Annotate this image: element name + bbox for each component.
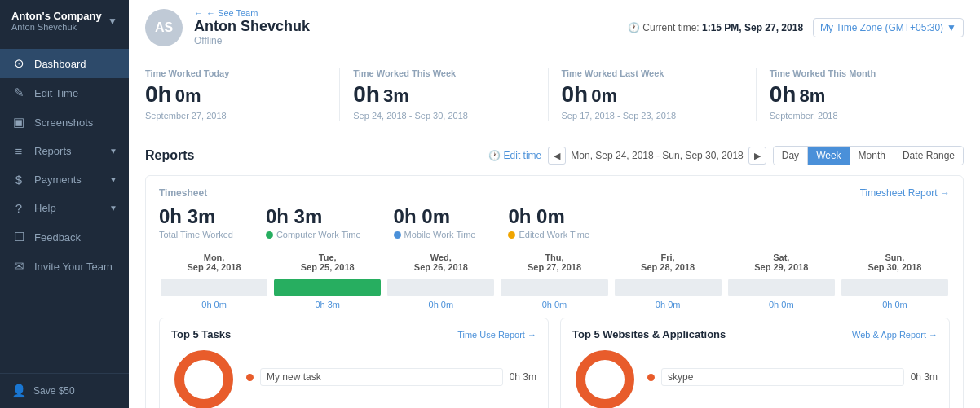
ts-total-label: Total Time Worked — [159, 230, 233, 239]
stat-month-date: September, 2018 — [770, 111, 951, 121]
tab-date-range[interactable]: Date Range — [894, 147, 963, 165]
stat-week: Time Worked This Week 0h 3m Sep 24, 2018… — [340, 68, 548, 121]
stat-today-label: Time Worked Today — [145, 68, 326, 78]
top-websites-body: 0h 3m — [572, 347, 938, 408]
sidebar-item-reports[interactable]: ≡ Reports ▼ — [0, 137, 129, 165]
tab-week[interactable]: Week — [808, 147, 850, 165]
sidebar-item-help[interactable]: ? Help ▼ — [0, 194, 129, 222]
computer-dot — [266, 231, 273, 239]
sidebar-footer[interactable]: 👤 Save $50 — [0, 373, 129, 408]
back-link[interactable]: ← ← See Team — [194, 8, 310, 18]
sidebar-header[interactable]: Anton's Company Anton Shevchuk ▼ — [0, 0, 129, 42]
user-name: Anton Shevchuk — [194, 18, 310, 35]
list-item: 0h 3m — [647, 368, 938, 386]
next-date-button[interactable]: ▶ — [748, 147, 766, 165]
back-arrow-icon: ← — [194, 8, 203, 18]
svg-point-1 — [179, 355, 228, 404]
sidebar-label-payments: Payments — [34, 173, 82, 186]
back-label: ← See Team — [206, 8, 258, 18]
svg-point-3 — [580, 355, 629, 404]
stat-today-minutes: 0m — [175, 86, 201, 107]
sidebar-item-payments[interactable]: $ Payments ▼ — [0, 165, 129, 194]
tab-month[interactable]: Month — [850, 147, 894, 165]
edit-time-label: Edit time — [504, 150, 542, 161]
sidebar-item-dashboard[interactable]: ⊙ Dashboard — [0, 49, 129, 78]
sidebar-item-screenshots[interactable]: ▣ Screenshots — [0, 107, 129, 137]
screenshots-icon: ▣ — [11, 115, 26, 129]
timezone-selector[interactable]: My Time Zone (GMT+05:30) ▼ — [813, 18, 964, 37]
ts-mobile-label: Mobile Work Time — [394, 230, 476, 239]
day-header: Sat,Sep 29, 2018 — [726, 249, 837, 275]
reports-controls: 🕐 Edit time ◀ Mon, Sep 24, 2018 - Sun, S… — [488, 146, 964, 165]
day-header: Mon,Sep 24, 2018 — [159, 249, 269, 275]
day-bar-container — [274, 279, 381, 296]
user-icon: 👤 — [11, 384, 27, 398]
tab-day[interactable]: Day — [774, 147, 808, 165]
stat-today-date: September 27, 2018 — [145, 111, 326, 121]
day-time: 0h 0m — [499, 300, 609, 309]
day-column: Mon,Sep 24, 2018 0h 0m — [159, 249, 269, 309]
list-item: 0h 3m — [246, 368, 536, 386]
task-time-value: 0h 3m — [510, 371, 536, 383]
day-header: Fri,Sep 28, 2018 — [613, 249, 723, 275]
time-use-report-link[interactable]: Time Use Report → — [457, 330, 536, 340]
ts-edited-label: Edited Work Time — [508, 230, 589, 239]
stat-week-minutes: 3m — [383, 86, 409, 107]
sidebar-item-edit-time[interactable]: ✎ Edit Time — [0, 78, 129, 107]
sidebar-item-invite-team[interactable]: ✉ Invite Your Team — [0, 252, 129, 281]
stat-last-week-hours: 0h — [562, 81, 589, 107]
top-tasks-header: Top 5 Tasks Time Use Report → — [171, 328, 536, 340]
edit-time-button[interactable]: 🕐 Edit time — [488, 150, 542, 161]
top-tasks-panel: Top 5 Tasks Time Use Report → — [159, 318, 549, 408]
sidebar-user: Anton Shevchuk — [11, 22, 102, 32]
sidebar-footer-label: Save $50 — [33, 385, 75, 397]
timezone-chevron-icon: ▼ — [947, 22, 956, 33]
task-name-field[interactable] — [260, 368, 503, 386]
stat-week-value: 0h 3m — [353, 81, 534, 107]
current-time-value: 1:15 PM, Sep 27, 2018 — [702, 22, 803, 33]
timezone-label: My Time Zone (GMT+05:30) — [820, 22, 943, 33]
bottom-panels: Top 5 Tasks Time Use Report → — [159, 318, 950, 408]
day-bar-container — [387, 279, 494, 296]
day-column: Fri,Sep 28, 2018 0h 0m — [613, 249, 723, 309]
timesheet-card: Timesheet Timesheet Report → 0h 3m Total… — [145, 175, 964, 408]
date-range-label: Mon, Sep 24, 2018 - Sun, Sep 30, 2018 — [571, 150, 744, 161]
prev-date-button[interactable]: ◀ — [548, 147, 566, 165]
web-app-report-link[interactable]: Web & App Report → — [852, 330, 938, 340]
day-bar-container — [161, 279, 267, 296]
dashboard-icon: ⊙ — [11, 56, 26, 71]
ts-edited: 0h 0m Edited Work Time — [508, 205, 589, 239]
stat-last-week: Time Worked Last Week 0h 0m Sep 17, 2018… — [549, 68, 757, 121]
day-column: Sat,Sep 29, 2018 0h 0m — [726, 249, 837, 309]
payments-chevron-icon: ▼ — [109, 175, 117, 184]
stat-week-hours: 0h — [353, 81, 380, 107]
ts-computer: 0h 3m Computer Work Time — [266, 205, 361, 239]
day-header: Thu,Sep 27, 2018 — [499, 249, 609, 275]
sidebar-item-feedback[interactable]: ☐ Feedback — [0, 222, 129, 252]
stat-week-label: Time Worked This Week — [353, 68, 534, 78]
ts-mobile: 0h 0m Mobile Work Time — [394, 205, 476, 239]
sidebar-label-invite: Invite Your Team — [34, 261, 113, 273]
current-time: 🕐 Current time: 1:15 PM, Sep 27, 2018 — [628, 22, 803, 33]
view-tabs: Day Week Month Date Range — [773, 146, 964, 165]
website-name-field[interactable] — [661, 368, 904, 386]
clock-icon: 🕐 — [628, 22, 640, 33]
day-column: Tue,Sep 25, 2018 0h 3m — [272, 249, 382, 309]
day-column: Thu,Sep 27, 2018 0h 0m — [499, 249, 609, 309]
day-header: Tue,Sep 25, 2018 — [272, 249, 382, 275]
timesheet-report-link[interactable]: Timesheet Report → — [860, 187, 950, 199]
ts-computer-value: 0h 3m — [266, 205, 361, 228]
feedback-icon: ☐ — [11, 230, 26, 244]
days-grid: Mon,Sep 24, 2018 0h 0m Tue,Sep 25, 2018 … — [159, 249, 950, 309]
top-tasks-body: 0h 3m — [171, 347, 536, 408]
day-bar-container — [615, 279, 722, 296]
help-icon: ? — [11, 201, 26, 215]
payments-icon: $ — [11, 173, 26, 186]
stat-month-hours: 0h — [770, 81, 797, 107]
stat-month-value: 0h 8m — [770, 81, 951, 107]
tasks-donut-chart — [171, 347, 236, 408]
mobile-dot — [394, 231, 401, 239]
sidebar-label-screenshots: Screenshots — [34, 116, 93, 129]
day-time: 0h 0m — [613, 300, 723, 309]
sidebar-label-dashboard: Dashboard — [34, 58, 86, 70]
